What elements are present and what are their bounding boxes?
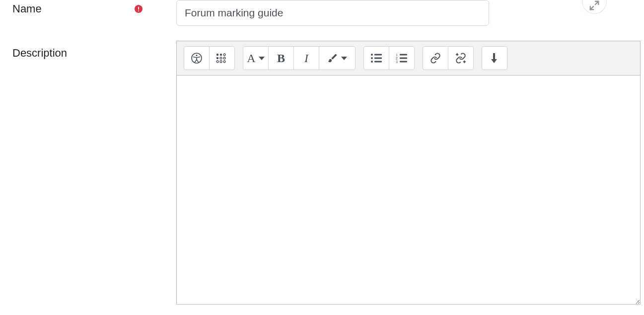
svg-point-8 xyxy=(220,54,222,56)
font-icon: A xyxy=(247,52,255,65)
name-label: Name xyxy=(12,2,42,15)
svg-rect-26 xyxy=(400,58,407,59)
svg-rect-19 xyxy=(374,58,382,59)
svg-point-20 xyxy=(371,61,373,63)
accessibility-icon xyxy=(191,52,203,64)
link-button[interactable] xyxy=(423,46,448,70)
numbered-list-icon: 1 2 3 xyxy=(396,53,408,63)
svg-rect-21 xyxy=(374,61,382,63)
svg-point-12 xyxy=(223,57,225,59)
svg-point-6 xyxy=(196,55,197,56)
svg-point-18 xyxy=(371,57,373,59)
svg-point-11 xyxy=(220,57,222,59)
expand-icon xyxy=(589,0,600,11)
svg-point-9 xyxy=(223,54,225,56)
description-label: Description xyxy=(12,47,67,60)
editor-textarea[interactable] xyxy=(177,76,640,304)
svg-rect-17 xyxy=(374,54,382,56)
svg-rect-27 xyxy=(400,61,407,63)
required-icon xyxy=(135,5,143,13)
brush-icon xyxy=(327,53,338,64)
italic-button[interactable]: I xyxy=(293,46,319,70)
svg-rect-3 xyxy=(138,7,139,10)
expand-toolbar-icon xyxy=(490,52,499,64)
unlink-icon xyxy=(455,53,466,64)
link-icon xyxy=(430,53,441,64)
svg-text:2: 2 xyxy=(396,57,398,60)
bullet-list-icon xyxy=(370,53,382,63)
unlink-button[interactable] xyxy=(448,46,474,70)
svg-point-4 xyxy=(138,10,139,11)
svg-text:3: 3 xyxy=(396,60,398,63)
accessibility-checker-button[interactable] xyxy=(184,46,210,70)
bold-button[interactable]: B xyxy=(268,46,294,70)
text-color-button[interactable] xyxy=(319,46,356,70)
caret-down-icon xyxy=(341,57,347,60)
show-more-button[interactable] xyxy=(482,46,507,70)
caret-down-icon xyxy=(259,57,265,60)
svg-point-7 xyxy=(216,54,218,56)
rich-text-editor: A B I xyxy=(176,41,641,305)
svg-text:1: 1 xyxy=(396,53,398,57)
svg-point-14 xyxy=(220,61,222,63)
italic-icon: I xyxy=(304,52,308,65)
braille-icon xyxy=(215,53,228,64)
editor-content-area[interactable] xyxy=(177,76,640,304)
svg-rect-25 xyxy=(400,54,407,56)
svg-point-15 xyxy=(223,61,225,63)
paragraph-style-button[interactable]: A xyxy=(243,46,269,70)
unordered-list-button[interactable] xyxy=(363,46,389,70)
bold-icon: B xyxy=(277,52,285,65)
svg-point-16 xyxy=(371,54,373,56)
name-input[interactable] xyxy=(176,0,489,26)
svg-point-10 xyxy=(216,57,218,59)
svg-point-13 xyxy=(216,61,218,63)
svg-rect-32 xyxy=(493,53,495,60)
screenreader-helper-button[interactable] xyxy=(209,46,235,70)
ordered-list-button[interactable]: 1 2 3 xyxy=(389,46,415,70)
editor-toolbar: A B I xyxy=(177,41,640,76)
